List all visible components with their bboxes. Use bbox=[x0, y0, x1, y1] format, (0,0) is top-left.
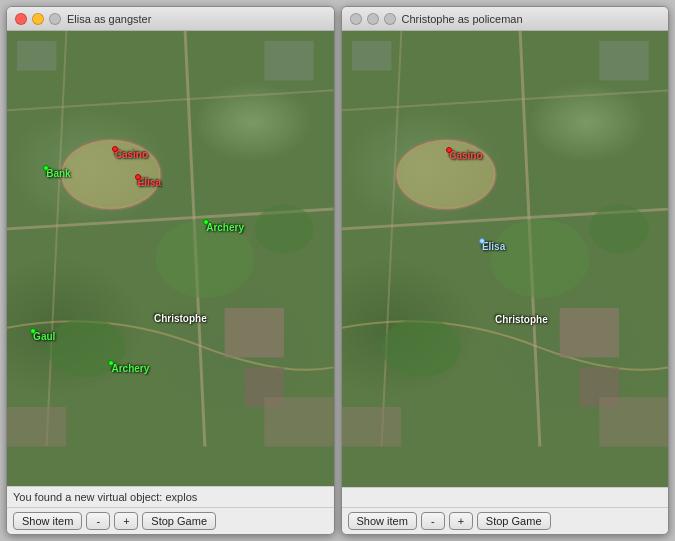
svg-line-5 bbox=[47, 31, 67, 447]
map-right[interactable]: Casino Elisa Christophe bbox=[342, 31, 669, 487]
svg-rect-21 bbox=[559, 308, 618, 357]
window-right: Christophe as policeman bbox=[341, 6, 670, 535]
stop-game-button-right[interactable]: Stop Game bbox=[477, 512, 551, 530]
traffic-lights-left bbox=[15, 13, 61, 25]
maximize-button-left[interactable] bbox=[49, 13, 61, 25]
status-text-left: You found a new virtual object: explos bbox=[13, 491, 197, 503]
label-gaul: Gaul bbox=[33, 331, 55, 342]
svg-line-19 bbox=[342, 90, 669, 110]
maximize-button-right[interactable] bbox=[384, 13, 396, 25]
label-casino-left: Casino bbox=[115, 149, 148, 160]
label-bank: Bank bbox=[46, 168, 70, 179]
svg-point-27 bbox=[381, 318, 460, 377]
window-title-left: Elisa as gangster bbox=[67, 13, 326, 25]
stop-game-button-left[interactable]: Stop Game bbox=[142, 512, 216, 530]
minimize-button-right[interactable] bbox=[367, 13, 379, 25]
map-roads-right bbox=[342, 31, 669, 447]
close-button-right[interactable] bbox=[350, 13, 362, 25]
status-bar-right bbox=[342, 487, 669, 507]
plus-button-left[interactable]: + bbox=[114, 512, 138, 530]
svg-rect-8 bbox=[17, 41, 57, 71]
svg-point-28 bbox=[490, 219, 589, 298]
svg-rect-9 bbox=[264, 41, 313, 81]
titlebar-left: Elisa as gangster bbox=[7, 7, 334, 31]
svg-line-20 bbox=[381, 31, 401, 447]
minimize-button-left[interactable] bbox=[32, 13, 44, 25]
map-left[interactable]: Bank Casino Elisa Archery Christophe Gau… bbox=[7, 31, 334, 486]
label-archery2-left: Archery bbox=[111, 363, 149, 374]
label-archery-left: Archery bbox=[206, 222, 244, 233]
svg-rect-11 bbox=[264, 397, 333, 446]
svg-rect-10 bbox=[7, 407, 66, 447]
traffic-lights-right bbox=[350, 13, 396, 25]
svg-rect-6 bbox=[225, 308, 284, 357]
toolbar-right: Show item - + Stop Game bbox=[342, 507, 669, 534]
window-left: Elisa as gangster bbox=[6, 6, 335, 535]
svg-point-14 bbox=[254, 204, 313, 253]
show-item-button-right[interactable]: Show item bbox=[348, 512, 417, 530]
svg-rect-23 bbox=[351, 41, 391, 71]
titlebar-right: Christophe as policeman bbox=[342, 7, 669, 31]
label-christophe-left: Christophe bbox=[154, 313, 207, 324]
svg-rect-25 bbox=[342, 407, 401, 447]
label-elisa-left: Elisa bbox=[138, 177, 161, 188]
show-item-button-left[interactable]: Show item bbox=[13, 512, 82, 530]
status-bar-left: You found a new virtual object: explos bbox=[7, 486, 334, 507]
label-casino-right: Casino bbox=[449, 150, 482, 161]
toolbar-left: Show item - + Stop Game bbox=[7, 507, 334, 534]
svg-line-4 bbox=[7, 90, 334, 110]
svg-rect-26 bbox=[599, 397, 668, 446]
minus-button-right[interactable]: - bbox=[421, 512, 445, 530]
window-title-right: Christophe as policeman bbox=[402, 13, 661, 25]
label-christophe-right: Christophe bbox=[495, 314, 548, 325]
label-elisa-right: Elisa bbox=[482, 241, 505, 252]
close-button-left[interactable] bbox=[15, 13, 27, 25]
minus-button-left[interactable]: - bbox=[86, 512, 110, 530]
map-roads-left bbox=[7, 31, 334, 447]
plus-button-right[interactable]: + bbox=[449, 512, 473, 530]
svg-point-29 bbox=[589, 204, 648, 253]
svg-rect-24 bbox=[599, 41, 648, 81]
